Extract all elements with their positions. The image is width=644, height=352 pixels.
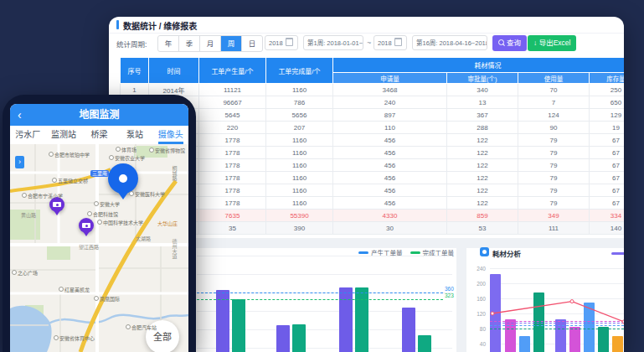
table-cell: 1160 — [266, 159, 333, 172]
phone-tab[interactable]: 摄像头 — [152, 126, 188, 144]
table-cell: 79 — [518, 184, 590, 197]
map-poi-label: 德州大道 — [171, 239, 177, 259]
poi-icon — [87, 211, 92, 216]
y-axis-tick: 240 — [469, 266, 486, 272]
reference-line-label: 323 — [445, 292, 454, 298]
map-poi-label: 中国科学技术大学 — [97, 220, 143, 226]
map-poi-label: 凤凰国际 — [94, 296, 120, 303]
period-option[interactable]: 季 — [179, 36, 200, 51]
average-cell: 140 — [590, 222, 625, 235]
map-poi-label: 之心广场 — [12, 270, 38, 277]
table-cell: 650 — [590, 96, 625, 109]
map-view[interactable]: › 全部 合肥市琥珀中学体育场安徽农业大学安徽省博物馆三里庵五里墩立交桥合肥市宁… — [10, 144, 188, 352]
phone-screen: ‹ 地图监测 污水厂监测站桥梁泵站摄像头 › — [10, 104, 188, 352]
table-cell: 288 — [447, 122, 518, 134]
table-cell: 110 — [333, 122, 447, 134]
sub-column-header: 审批量(个) — [447, 73, 518, 84]
table-cell: 1778 — [199, 172, 266, 184]
poi-icon — [129, 191, 134, 196]
table-cell: 67 — [590, 147, 625, 159]
bar — [355, 287, 368, 352]
table-cell: 5656 — [266, 109, 333, 122]
map-expand-chevron-icon[interactable]: › — [15, 156, 24, 168]
table-cell: 207 — [266, 122, 333, 134]
table-cell: 124 — [518, 109, 590, 122]
breadcrumb-text: 数据统计 / 维修报表 — [123, 19, 197, 32]
table-cell: 70 — [518, 84, 590, 96]
period-option[interactable]: 月 — [200, 36, 221, 51]
period-option[interactable]: 年 — [158, 36, 179, 51]
table-cell: 122 — [447, 197, 518, 210]
total-cell: 55390 — [266, 210, 333, 222]
poi-icon — [52, 178, 57, 183]
table-cell: 129 — [590, 109, 625, 122]
period-option[interactable]: 周 — [221, 36, 242, 51]
table-cell: 1778 — [199, 159, 266, 172]
map-poi-label: 体育场 — [116, 147, 137, 153]
calendar-icon — [286, 38, 293, 46]
table-cell: 1778 — [199, 134, 266, 147]
camera-icon — [82, 223, 90, 228]
camera-marker[interactable] — [79, 218, 94, 233]
table-cell: 250 — [590, 84, 625, 96]
column-header: 时间 — [149, 58, 199, 84]
phone-tab[interactable]: 桥梁 — [81, 126, 117, 144]
search-icon — [498, 39, 504, 45]
poi-icon — [12, 270, 17, 275]
table-cell: 1160 — [266, 197, 333, 210]
range-separator: ~ — [367, 39, 371, 47]
map-poi-label: 大华山庄 — [157, 221, 178, 227]
download-icon: ↓ — [533, 39, 539, 47]
table-cell: 79 — [518, 134, 590, 147]
poi-icon — [149, 148, 154, 153]
analysis-icon — [480, 247, 489, 256]
query-button[interactable]: 查询 — [492, 35, 527, 51]
reference-line — [197, 299, 443, 300]
table-cell: 5645 — [199, 109, 266, 122]
map-poi-label: 红星美凯龙 — [59, 287, 90, 293]
column-header: 工单完成量/个 — [266, 58, 333, 84]
table-cell: 19 — [590, 122, 625, 134]
end-year-select[interactable]: 2018 — [374, 35, 407, 50]
poi-icon — [49, 152, 54, 157]
export-excel-button[interactable]: ↓ 导出Excel — [528, 35, 576, 51]
map-poi-label: 黄山路 — [21, 213, 36, 219]
table-cell: 456 — [333, 134, 447, 147]
table-cell: 220 — [199, 122, 266, 134]
table-cell: 3468 — [333, 84, 447, 96]
right-chart-legend-stub — [611, 252, 624, 255]
column-header: 工单产生量/个 — [199, 58, 266, 84]
y-axis-tick: 160 — [469, 296, 486, 302]
column-header: 序号 — [121, 58, 149, 84]
bar — [232, 299, 245, 352]
map-poi-label: 望江西路 — [79, 245, 99, 251]
table-cell: 122 — [447, 134, 518, 147]
consumables-chart-title: 耗材分析 — [492, 248, 521, 258]
table-cell: 67 — [590, 172, 625, 184]
table-cell: 67 — [590, 134, 625, 147]
table-cell: 122 — [447, 172, 518, 184]
end-week-input[interactable]: 第16周: 2018-04-16~2018-04-22 — [412, 35, 487, 50]
phone-tab[interactable]: 泵站 — [117, 126, 153, 144]
table-cell: 240 — [333, 96, 447, 109]
period-segmented-control[interactable]: 年季月周日 — [157, 35, 263, 52]
calendar-icon — [394, 38, 402, 46]
period-option[interactable]: 日 — [242, 36, 262, 51]
phone-tab[interactable]: 监测站 — [46, 126, 82, 144]
start-week-input[interactable]: 第1周: 2018-01-01~2018-01-07 — [303, 35, 363, 50]
table-cell: 79 — [518, 172, 590, 184]
map-poi-label: 合肥市宁溪小学 — [22, 193, 63, 199]
total-cell: 7635 — [199, 210, 266, 222]
table-cell: 1160 — [266, 84, 333, 96]
selected-location-pin[interactable] — [108, 163, 138, 194]
map-poi-label: 合肥科技馆 — [87, 211, 118, 218]
poi-icon — [109, 155, 114, 160]
period-label: 统计周期: — [116, 39, 147, 49]
phone-tab[interactable]: 污水厂 — [10, 126, 46, 144]
start-year-select[interactable]: 2018 — [265, 35, 298, 50]
map-poi-label: 五里墩立交桥 — [52, 178, 88, 184]
phone-header: ‹ 地图监测 — [10, 104, 188, 126]
table-cell: 1778 — [199, 147, 266, 159]
map-poi-label: 安徽医科大学 — [129, 191, 165, 198]
table-cell: 79 — [518, 159, 590, 172]
